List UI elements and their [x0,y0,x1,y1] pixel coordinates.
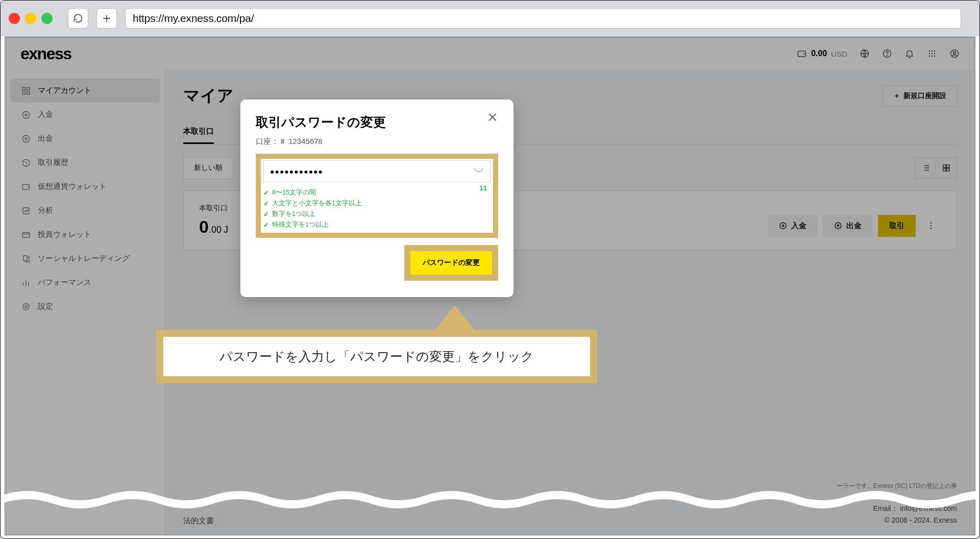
password-input[interactable] [270,167,474,176]
check-icon: ✓ [263,210,269,218]
check-icon: ✓ [263,189,269,197]
check-icon: ✓ [263,200,269,207]
change-password-modal: 取引パスワードの変更 ✕ 口座：＃ 12345678 11 ✓8〜15文字の間 … [240,100,513,297]
url-text: https://my.exness.com/pa/ [133,12,254,24]
callout-text: パスワードを入力し「パスワードの変更」をクリック [163,337,590,376]
browser-titlebar: https://my.exness.com/pa/ [1,1,754,36]
modal-title: 取引パスワードの変更 [256,114,386,131]
req-text: 特殊文字を1つ以上 [272,220,329,229]
traffic-lights [9,13,53,24]
eye-closed-icon[interactable] [474,167,484,176]
close-icon[interactable]: ✕ [487,114,498,122]
change-password-button[interactable]: パスワードの変更 [410,251,492,275]
window-frame: https://my.exness.com/pa/ exness 0.00 US… [0,0,754,402]
req-item: ✓特殊文字を1つ以上 [263,220,491,229]
instruction-callout: パスワードを入力し「パスワードの変更」をクリック [156,330,597,383]
password-requirements: ✓8〜15文字の間 ✓大文字と小文字を各1文字以上 ✓数字を1つ以上 ✓特殊文字… [263,188,491,229]
req-item: ✓大文字と小文字を各1文字以上 [263,199,491,208]
req-text: 8〜15文字の間 [272,188,316,197]
new-tab-button[interactable] [96,8,117,29]
callout-arrow [434,305,475,331]
req-item: ✓8〜15文字の間 [263,188,491,197]
reload-button[interactable] [68,8,88,29]
close-window-icon[interactable] [9,13,20,24]
req-text: 大文字と小文字を各1文字以上 [272,199,362,208]
url-bar[interactable]: https://my.exness.com/pa/ [125,8,754,29]
account-number: 12345678 [288,137,323,145]
password-input-wrap: 11 [263,160,491,182]
highlight-submit: パスワードの変更 [404,245,498,281]
maximize-window-icon[interactable] [41,13,53,24]
highlight-input-section: 11 ✓8〜15文字の間 ✓大文字と小文字を各1文字以上 ✓数字を1つ以上 ✓特… [256,154,498,238]
req-text: 数字を1つ以上 [272,210,315,218]
check-icon: ✓ [263,221,269,229]
modal-account-info: 口座：＃ 12345678 [256,137,498,146]
minimize-window-icon[interactable] [25,13,36,24]
account-prefix: 口座：＃ [256,137,288,145]
char-count: 11 [480,184,487,192]
req-item: ✓数字を1つ以上 [263,210,491,218]
